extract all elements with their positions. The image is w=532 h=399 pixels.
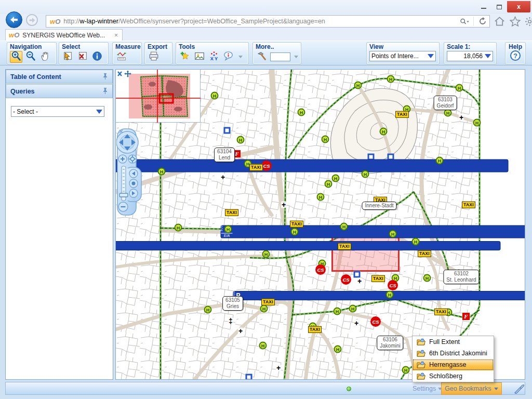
- church-cross-icon: +: [281, 202, 286, 208]
- minimize-button[interactable]: [476, 1, 491, 12]
- toolbar-group-tools: ToolsXY: [176, 43, 248, 64]
- measure-button[interactable]: [115, 51, 128, 63]
- settings-gear-icon[interactable]: [523, 16, 532, 27]
- bus-stop-icon: H: [334, 345, 342, 353]
- favorites-star-icon[interactable]: [508, 16, 522, 27]
- xy-coords-icon: XY: [208, 50, 220, 64]
- panel-header-table-of-content[interactable]: Table of Content: [6, 70, 113, 84]
- xy-coords-button[interactable]: XY: [208, 51, 220, 63]
- refresh-icon[interactable]: [476, 16, 489, 27]
- bookmark-item-herrengasse[interactable]: Herrengasse: [413, 359, 494, 370]
- overview-map[interactable]: [116, 70, 201, 123]
- info-circle-button[interactable]: [91, 51, 103, 63]
- parking-icon: BUSP: [115, 241, 501, 250]
- svg-text:X: X: [210, 56, 214, 61]
- extent-indicator: [159, 94, 173, 103]
- zoom-out-button[interactable]: [118, 202, 128, 211]
- pin-icon[interactable]: [102, 73, 108, 81]
- scale-input[interactable]: 18,056: [447, 51, 493, 61]
- chevron-down-icon: [494, 388, 498, 390]
- geo-bookmarks-button[interactable]: Geo Bookmarks: [441, 382, 502, 395]
- history-forward-button[interactable]: [129, 189, 138, 197]
- query-select[interactable]: - Select -: [11, 106, 104, 117]
- toolbar-group-view: View Points of Intere...: [367, 43, 439, 64]
- toolbar-group-scale: Scale 1: 18,056: [444, 43, 496, 64]
- url-text: http://w-lap-wintner/WebOffice/synserver…: [63, 18, 325, 25]
- pan-control[interactable]: [116, 131, 138, 153]
- view-select[interactable]: Points of Intere...: [369, 51, 436, 61]
- bus-stop-icon: H: [298, 109, 305, 116]
- select-arrow-button[interactable]: [62, 51, 74, 63]
- map-viewport[interactable]: +++++++‡BUSPE/ABUSPE/ABUSPBUSPHHHHHHHHHH…: [115, 69, 525, 380]
- print-button[interactable]: [148, 51, 160, 63]
- close-button[interactable]: x: [507, 1, 530, 12]
- bus-stop-icon: H: [224, 225, 232, 233]
- bus-stop-icon: H: [332, 175, 340, 182]
- full-extent-button[interactable]: [128, 155, 137, 163]
- chevron-down-icon[interactable]: [238, 56, 243, 58]
- cs-poi-icon: CS: [388, 280, 398, 290]
- home-icon[interactable]: [493, 16, 506, 27]
- panel-header-queries[interactable]: Queries: [6, 84, 113, 98]
- chevron-down-icon: [428, 54, 434, 58]
- more-tools-combo[interactable]: [270, 52, 290, 61]
- url-bar[interactable]: wO http://w-lap-wintner/WebOffice/synser…: [46, 15, 490, 28]
- district-label: 63103Geidorf: [434, 96, 457, 110]
- redline-pen-icon[interactable]: [514, 384, 525, 396]
- bookmark-folder-icon: [413, 350, 429, 357]
- tab-title: SYNERGIS WebOffice Web...: [22, 32, 105, 39]
- taxi-stand-icon: TAXI: [371, 275, 385, 282]
- bus-stop-icon: H: [175, 224, 182, 232]
- overview-move-icon[interactable]: [124, 71, 131, 77]
- history-back-button[interactable]: [129, 169, 138, 178]
- add-favorite-button[interactable]: [179, 51, 191, 63]
- help-button[interactable]: ?: [510, 50, 521, 61]
- bus-stop-icon: H: [387, 75, 395, 83]
- taxi-stand-icon: TAXI: [261, 299, 275, 305]
- back-button[interactable]: [6, 11, 22, 28]
- overview-close-icon[interactable]: [118, 72, 122, 76]
- tab-weboffice[interactable]: wO SYNERGIS WebOffice Web... ×: [5, 29, 123, 41]
- bookmark-item-schlo-berg[interactable]: Schloßberg: [413, 370, 494, 382]
- settings-button[interactable]: Settings: [413, 385, 442, 392]
- chevron-down-icon[interactable]: [294, 56, 298, 58]
- history-center-button[interactable]: [129, 179, 138, 188]
- bus-stop-icon: H: [259, 342, 267, 350]
- send-image-button[interactable]: [193, 51, 206, 63]
- bus-stop-icon: H: [380, 128, 388, 136]
- window-controls: x: [476, 1, 530, 12]
- toolbar-group-label: Navigation: [10, 44, 54, 50]
- zoom-in-button[interactable]: [118, 155, 127, 163]
- deselect-button[interactable]: [76, 51, 89, 63]
- bus-stop-icon: H: [362, 170, 369, 178]
- search-icon[interactable]: [458, 16, 471, 27]
- maximize-button[interactable]: [491, 1, 507, 12]
- pan-hand-button[interactable]: [39, 51, 51, 63]
- map-tip-button[interactable]: [222, 51, 235, 63]
- zoom-out-button[interactable]: [24, 51, 37, 63]
- bookmark-item-full-extent[interactable]: Full Extent: [413, 336, 494, 348]
- district-label: 63102St. Leonhard: [443, 270, 479, 284]
- toolbar-group-label: Measure: [115, 44, 139, 50]
- hammer-button[interactable]: [256, 51, 268, 63]
- bus-stop-icon: H: [291, 228, 299, 236]
- zoom-out-icon: [25, 50, 36, 64]
- zoom-pan-widget: [116, 128, 142, 217]
- pin-icon[interactable]: [102, 87, 108, 96]
- forward-button[interactable]: [26, 14, 38, 26]
- taxi-stand-icon: TAXI: [434, 309, 448, 315]
- zoom-in-button[interactable]: [10, 51, 22, 63]
- add-favorite-icon: [179, 50, 191, 64]
- toolbar-group-select: Select: [59, 43, 108, 64]
- taxi-stand-icon: TAXI: [462, 202, 475, 208]
- toolbar-group-measure: Measure: [113, 43, 141, 64]
- cs-poi-icon: CS: [261, 161, 272, 171]
- poi-square-icon: [246, 374, 252, 380]
- bus-stop-icon: H: [322, 136, 329, 143]
- bookmark-item-6th-district-jakomini[interactable]: 6th District Jakomini: [413, 348, 494, 359]
- church-cross-icon: +: [238, 328, 243, 335]
- tab-close-icon[interactable]: ×: [113, 32, 119, 39]
- chevron-down-icon: [96, 110, 102, 114]
- taxi-stand-icon: TAXI: [418, 250, 431, 257]
- forward-arrow-icon: [29, 17, 36, 24]
